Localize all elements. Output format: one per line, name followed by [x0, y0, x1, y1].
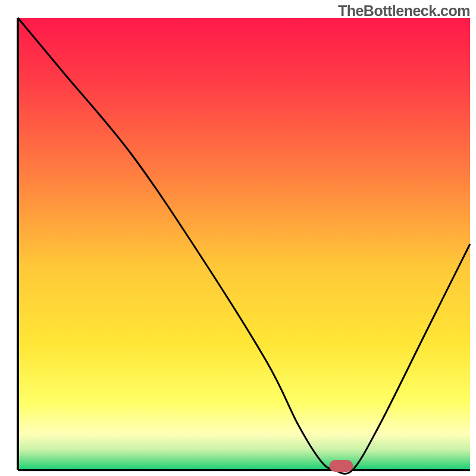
chart-svg	[0, 0, 476, 476]
plot-background	[18, 18, 470, 470]
bottleneck-chart: TheBottleneck.com	[0, 0, 476, 476]
optimal-marker	[329, 460, 353, 472]
watermark-text: TheBottleneck.com	[338, 2, 470, 20]
